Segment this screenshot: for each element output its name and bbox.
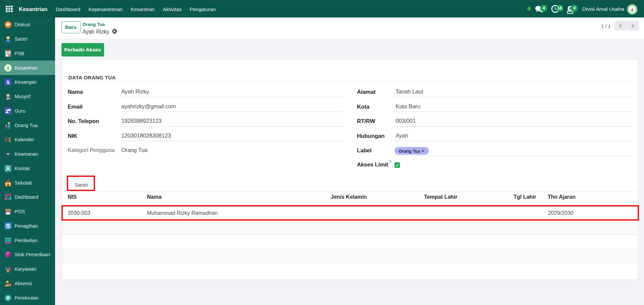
svg-text:3: 3	[4, 137, 7, 143]
svg-text:$: $	[7, 224, 9, 228]
svg-text:$: $	[7, 80, 10, 85]
svg-text:1: 1	[8, 137, 11, 143]
